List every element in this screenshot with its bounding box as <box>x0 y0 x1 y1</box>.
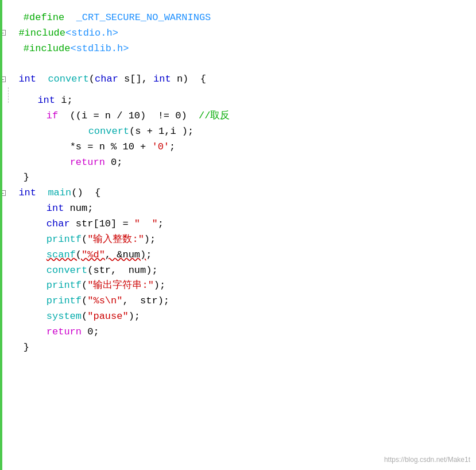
fn-call-system: system <box>47 311 82 322</box>
code-editor: #define _CRT_SECURE_NO_WARNINGS - #inclu… <box>0 0 476 470</box>
line-16: scanf("%d", &num); <box>0 249 152 260</box>
define-keyword: #define <box>24 12 64 23</box>
fn-call-printf-3: printf <box>47 295 82 306</box>
if-keyword: if <box>47 110 58 121</box>
line-14: char str[10] = " "; <box>0 218 164 229</box>
include-keyword-2: #include <box>24 43 71 54</box>
watermark: https://blog.csdn.net/Make1t <box>384 454 470 465</box>
line-18: printf("输出字符串:"); <box>0 280 165 291</box>
fn-return-type: int <box>18 74 36 84</box>
line-3: #include<stdlib.h> <box>0 43 129 54</box>
str-init-val: " " <box>134 218 158 229</box>
line-15: printf("输入整数:"); <box>0 234 156 245</box>
fn-call-printf-1: printf <box>47 234 82 245</box>
left-accent-bar <box>0 0 2 470</box>
fn-main-name: main <box>48 187 71 198</box>
line-12: - int main() { <box>0 187 100 198</box>
line-5: - int convert(char s[], int n) { <box>0 74 206 84</box>
fn-convert-name: convert <box>48 74 88 84</box>
line-1: #define _CRT_SECURE_NO_WARNINGS <box>0 12 211 23</box>
line-10: return 0; <box>0 157 122 168</box>
include-path-2: <stdlib.h> <box>70 43 129 54</box>
param-type-int: int <box>153 74 171 84</box>
fn-call-scanf: scanf <box>47 249 76 260</box>
line-22: } <box>0 342 29 353</box>
fn-call-convert-main: convert <box>47 265 87 276</box>
char-lit-0: '0' <box>152 141 169 152</box>
line-20: system("pause"); <box>0 311 140 322</box>
include-path-1: <stdio.h> <box>65 28 118 38</box>
local-var-type-int: int <box>37 95 55 106</box>
line-8: convert(s + 1,i ); <box>0 126 194 137</box>
line-21: return 0; <box>0 326 99 337</box>
line-6: int i; <box>0 95 73 106</box>
include-keyword-1: #include <box>18 28 65 38</box>
fn-call-convert-recursive: convert <box>88 126 129 137</box>
line-13: int num; <box>0 203 93 214</box>
str-printf-1: "输入整数:" <box>87 234 144 245</box>
line-7: if ((i = n / 10) != 0) //取反 <box>0 110 230 121</box>
param-type-char: char <box>95 74 118 84</box>
local-var-type-char: char <box>47 218 70 229</box>
fn-call-printf-2: printf <box>47 280 82 291</box>
str-printf-3: "%s\n" <box>87 295 122 306</box>
str-pause: "pause" <box>87 311 128 322</box>
line-19: printf("%s\n", str); <box>0 295 169 306</box>
line-9: *s = n % 10 + '0'; <box>0 141 175 152</box>
main-return-type: int <box>18 187 36 198</box>
local-var-type-int-2: int <box>47 203 64 214</box>
fn-convert-params: ( <box>89 74 95 84</box>
return-keyword-2: return <box>47 326 82 337</box>
macro-value: _CRT_SECURE_NO_WARNINGS <box>76 12 211 23</box>
line-2: - #include<stdio.h> <box>0 28 118 38</box>
str-scanf-fmt: "%d" <box>82 249 105 260</box>
line-11: } <box>0 172 29 183</box>
return-keyword-1: return <box>70 157 105 168</box>
line-17: convert(str, num); <box>0 265 158 276</box>
str-printf-2: "输出字符串:" <box>87 280 154 291</box>
comment-qufu: //取反 <box>199 110 230 121</box>
